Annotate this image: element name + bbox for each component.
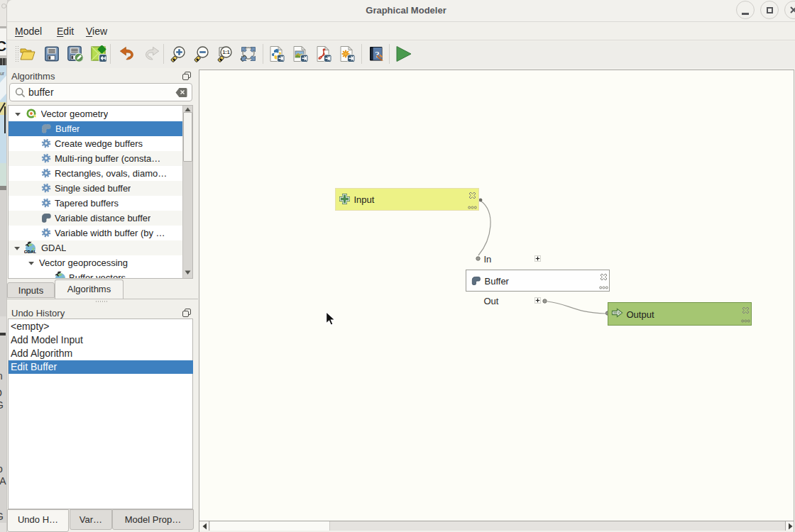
- svg-text:1:1: 1:1: [222, 50, 229, 55]
